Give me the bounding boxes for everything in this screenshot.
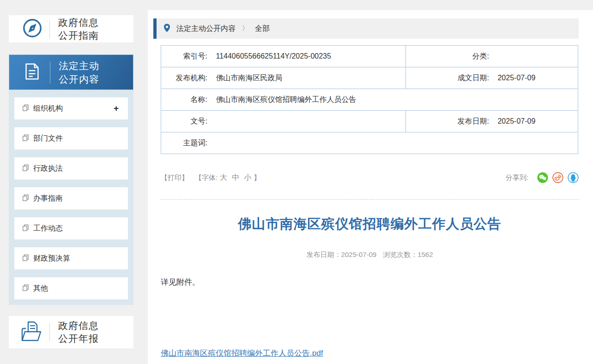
publish-date-cell: 发布日期: 2025-07-09 bbox=[406, 111, 578, 132]
sidebar-item-administrative-enforcement[interactable]: 行政执法 bbox=[14, 157, 128, 179]
written-date-cell: 成文日期: 2025-07-09 bbox=[406, 67, 578, 89]
sidebar-item-annual-report[interactable]: 政府信息 公开年报 bbox=[9, 316, 133, 348]
menu-item-label: 工作动态 bbox=[33, 224, 63, 233]
guide-label: 政府信息 公开指南 bbox=[58, 16, 99, 42]
table-row: 发布机构: 佛山市南海区民政局 成文日期: 2025-07-09 bbox=[161, 67, 578, 89]
qq-share-icon[interactable] bbox=[568, 172, 579, 183]
issuer-cell: 发布机构: 佛山市南海区民政局 bbox=[161, 67, 406, 89]
publish-date-value: 2025-07-09 bbox=[497, 117, 535, 125]
category-label: 分类: bbox=[406, 52, 489, 61]
wechat-share-icon[interactable] bbox=[537, 172, 548, 183]
compass-icon bbox=[22, 18, 43, 41]
menu-item-label: 行政执法 bbox=[33, 164, 63, 173]
article-meta: 发布日期：2025-07-09浏览次数：1562 bbox=[161, 251, 579, 259]
menu-item-label: 办事指南 bbox=[33, 194, 63, 203]
annual-label: 政府信息 公开年报 bbox=[58, 319, 99, 345]
sidebar-item-service-guide[interactable]: 办事指南 bbox=[14, 187, 128, 209]
sidebar-item-guide[interactable]: 政府信息 公开指南 bbox=[9, 15, 133, 42]
share-label: 分享到: bbox=[506, 173, 528, 182]
name-label: 名称: bbox=[161, 95, 207, 105]
print-button[interactable]: 【打印】 bbox=[161, 173, 188, 182]
font-size-suffix: 】 bbox=[254, 173, 260, 182]
table-row: 名称: 佛山市南海区殡仪馆招聘编外工作人员公告 bbox=[161, 89, 578, 111]
menu-item-label: 财政预决算 bbox=[33, 254, 70, 263]
name-value: 佛山市南海区殡仪馆招聘编外工作人员公告 bbox=[216, 95, 356, 103]
publish-date-meta-value: 2025-07-09 bbox=[341, 251, 376, 258]
menu-item-label: 组织机构 bbox=[33, 104, 63, 113]
sidebar-item-other[interactable]: 其他 bbox=[14, 277, 128, 299]
index-label: 索引号: bbox=[161, 52, 207, 61]
folder-icon bbox=[19, 320, 43, 345]
guide-line1: 政府信息 bbox=[58, 16, 99, 29]
font-size-small-button[interactable]: 小 bbox=[244, 173, 251, 183]
divider bbox=[49, 323, 50, 341]
doc-no-label: 文号: bbox=[161, 117, 207, 126]
menu-item-label: 其他 bbox=[33, 284, 48, 293]
font-size-medium-button[interactable]: 中 bbox=[232, 173, 239, 183]
breadcrumb: 法定主动公开内容 〉 全部 bbox=[153, 18, 579, 39]
active-label: 法定主动 公开内容 bbox=[59, 59, 99, 86]
sidebar-item-department-documents[interactable]: 部门文件 bbox=[14, 127, 128, 149]
sidebar-item-legal-disclosure[interactable]: 法定主动 公开内容 bbox=[9, 54, 133, 90]
publish-date-meta-label: 发布日期： bbox=[306, 251, 341, 258]
active-line1: 法定主动 bbox=[59, 59, 99, 72]
menu-item-label: 部门文件 bbox=[33, 134, 63, 143]
pages-icon bbox=[22, 164, 29, 173]
annual-line1: 政府信息 bbox=[58, 319, 99, 332]
pages-icon bbox=[22, 134, 29, 143]
font-size-prefix: 【字体: bbox=[195, 173, 218, 182]
pages-icon bbox=[22, 254, 29, 263]
article-title: 佛山市南海区殡仪馆招聘编外工作人员公告 bbox=[161, 215, 579, 233]
views-label: 浏览次数： bbox=[383, 251, 418, 258]
issuer-value: 佛山市南海区民政局 bbox=[216, 74, 282, 82]
expand-plus-icon[interactable]: + bbox=[114, 103, 119, 113]
weibo-share-icon[interactable] bbox=[552, 172, 563, 183]
share-bar: 分享到: bbox=[506, 172, 579, 183]
table-row: 主题词: bbox=[161, 132, 578, 154]
pages-icon bbox=[22, 194, 29, 203]
views-value: 1562 bbox=[418, 251, 433, 258]
pages-icon bbox=[22, 224, 29, 233]
sidebar-menu: 组织机构 + 部门文件 行政执法 bbox=[9, 90, 133, 305]
category-cell: 分类: bbox=[406, 46, 578, 67]
written-date-value: 2025-07-09 bbox=[497, 74, 535, 82]
publish-date-label: 发布日期: bbox=[406, 117, 489, 126]
pages-icon bbox=[22, 104, 29, 113]
guide-line2: 公开指南 bbox=[58, 29, 99, 42]
sidebar-item-fiscal-budget[interactable]: 财政预决算 bbox=[14, 247, 128, 269]
article-body: 详见附件。 bbox=[161, 277, 200, 287]
dashed-divider bbox=[161, 199, 579, 200]
attachment-pdf-link[interactable]: 佛山市南海区殡仪馆招聘编外工作人员公告.pdf bbox=[161, 348, 323, 358]
document-icon bbox=[21, 61, 42, 84]
pages-icon bbox=[22, 284, 29, 293]
active-line2: 公开内容 bbox=[59, 72, 99, 86]
sidebar-item-work-updates[interactable]: 工作动态 bbox=[14, 217, 128, 239]
issuer-label: 发布机构: bbox=[161, 73, 207, 83]
index-cell: 索引号: 11440605566625114Y/2025-00235 bbox=[161, 46, 406, 67]
keywords-label: 主题词: bbox=[161, 138, 207, 148]
main-content-panel: 法定主动公开内容 〉 全部 索引号: 11440605566625114Y/20… bbox=[148, 10, 593, 364]
table-row: 索引号: 11440605566625114Y/2025-00235 分类: bbox=[161, 46, 578, 67]
document-meta-table: 索引号: 11440605566625114Y/2025-00235 分类: 发… bbox=[161, 45, 578, 154]
sidebar-item-organization[interactable]: 组织机构 + bbox=[14, 97, 128, 119]
location-pin-icon bbox=[163, 24, 170, 34]
index-value: 11440605566625114Y/2025-00235 bbox=[216, 52, 331, 60]
name-cell: 名称: 佛山市南海区殡仪馆招聘编外工作人员公告 bbox=[161, 89, 578, 111]
doc-no-cell: 文号: bbox=[161, 111, 406, 132]
divider bbox=[49, 20, 50, 38]
chevron-right-icon: 〉 bbox=[242, 24, 248, 33]
font-size-large-button[interactable]: 大 bbox=[220, 173, 227, 183]
annual-line2: 公开年报 bbox=[58, 332, 99, 345]
table-row: 文号: 发布日期: 2025-07-09 bbox=[161, 111, 578, 132]
written-date-label: 成文日期: bbox=[406, 73, 489, 83]
divider bbox=[50, 61, 50, 84]
keywords-cell: 主题词: bbox=[161, 132, 578, 154]
toolbar: 【打印】 【字体: 大 中 小 】 分享到: bbox=[161, 172, 579, 184]
breadcrumb-section[interactable]: 法定主动公开内容 bbox=[176, 24, 236, 34]
breadcrumb-current[interactable]: 全部 bbox=[255, 24, 270, 34]
